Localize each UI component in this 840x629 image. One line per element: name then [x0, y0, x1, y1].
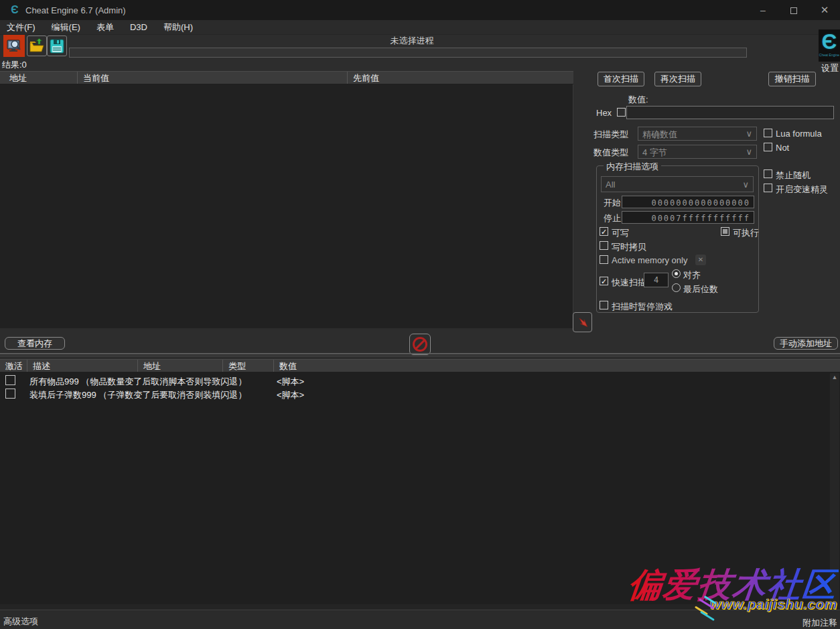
watermark-url: www.paijishu.com	[697, 596, 837, 612]
stop-address-input[interactable]	[622, 211, 754, 224]
advanced-options-link[interactable]: 高级选项	[3, 616, 38, 628]
executable-checkbox[interactable]	[721, 227, 729, 236]
aligned-label: 对齐	[683, 269, 701, 281]
results-count: 结果:0	[2, 59, 27, 71]
scan-type-value: 精确数值	[642, 129, 677, 139]
select-process-button[interactable]	[3, 35, 25, 57]
add-comment-link[interactable]: 附加注释	[802, 617, 837, 629]
splitter[interactable]	[0, 353, 840, 354]
writable-checkbox[interactable]	[600, 227, 608, 236]
menu-edit[interactable]: 编辑(E)	[44, 21, 88, 33]
view-memory-button[interactable]: 查看内存	[5, 337, 65, 350]
hex-checkbox[interactable]	[617, 108, 626, 117]
maximize-icon	[790, 7, 797, 14]
row-value: <脚本>	[277, 389, 304, 401]
scan-value-input[interactable]	[626, 106, 834, 119]
value-type-dropdown[interactable]: 4 字节 ∨	[638, 145, 757, 159]
memory-scan-options-title: 内存扫描选项	[604, 161, 661, 173]
memory-region-value: All	[606, 180, 615, 190]
last-digits-radio[interactable]	[672, 283, 681, 292]
ce-logo-glyph: Є	[819, 29, 840, 54]
ce-logo[interactable]: Є Cheat Engine	[819, 29, 840, 62]
lua-formula-checkbox[interactable]	[764, 129, 772, 137]
stop-label: 停止	[604, 212, 621, 224]
speedhack-checkbox[interactable]	[764, 184, 772, 192]
speedhack-label: 开启变速精灵	[776, 184, 828, 196]
red-arrow-icon	[576, 316, 589, 329]
aligned-radio[interactable]	[672, 269, 681, 278]
menu-table[interactable]: 表单	[88, 21, 122, 33]
scan-type-label: 扫描类型	[593, 129, 628, 141]
menu-help[interactable]: 帮助(H)	[155, 21, 201, 33]
settings-link[interactable]: 设置	[821, 62, 839, 74]
writable-label: 可写	[612, 227, 629, 239]
save-disk-icon	[49, 38, 65, 54]
next-scan-button[interactable]: 再次扫描	[654, 72, 701, 86]
disable-random-checkbox[interactable]	[764, 169, 772, 178]
process-label[interactable]: 未选择进程	[77, 35, 747, 47]
scan-type-dropdown[interactable]: 精确数值 ∨	[638, 127, 757, 141]
start-label: 开始	[604, 197, 621, 209]
executable-label: 可执行	[733, 227, 759, 239]
start-address-input[interactable]	[622, 196, 754, 208]
copy-on-write-checkbox[interactable]	[600, 241, 608, 250]
add-selected-addresses-button[interactable]	[573, 312, 592, 332]
open-table-button[interactable]	[27, 36, 47, 56]
ce-logo-caption: Cheat Engine	[819, 54, 840, 57]
col-address[interactable]: 地址	[137, 360, 222, 372]
copy-on-write-label: 写时拷贝	[612, 241, 646, 253]
fast-scan-alignment-input[interactable]	[644, 273, 669, 287]
table-row[interactable]: 所有物品999 （物品数量变了后取消脚本否则导致闪退） <脚本>	[0, 374, 824, 387]
scan-results-header: 地址 当前值 先前值	[0, 71, 573, 84]
active-memory-close-button[interactable]: ✕	[695, 255, 706, 265]
window-title: Cheat Engine 6.7 (Admin)	[25, 5, 126, 15]
stop-scan-button[interactable]	[409, 334, 431, 355]
address-list-header: 激活 描述 地址 类型 数值	[0, 359, 840, 372]
not-checkbox[interactable]	[764, 143, 772, 151]
col-address[interactable]: 地址	[0, 72, 77, 84]
maximize-button[interactable]	[778, 0, 809, 20]
hex-label: Hex	[596, 108, 612, 118]
row-value: <脚本>	[277, 376, 304, 388]
open-folder-icon	[29, 38, 45, 54]
app-icon: Є	[9, 4, 21, 16]
col-description[interactable]: 描述	[27, 360, 137, 372]
row-active-checkbox[interactable]	[5, 375, 15, 385]
add-address-manually-button[interactable]: 手动添加地址	[774, 337, 838, 350]
value-label: 数值:	[628, 94, 648, 106]
row-description: 装填后子弹数999 （子弹数变了后要取消否则装填闪退）	[29, 389, 247, 401]
menu-file[interactable]: 文件(F)	[0, 21, 44, 33]
undo-scan-button[interactable]: 撤销扫描	[768, 72, 816, 86]
save-table-button[interactable]	[47, 36, 67, 56]
first-scan-button[interactable]: 首次扫描	[598, 72, 644, 86]
col-value[interactable]: 数值	[273, 360, 840, 372]
active-memory-checkbox[interactable]	[600, 255, 608, 264]
scan-results-table[interactable]: 地址 当前值 先前值	[0, 71, 573, 328]
close-button[interactable]: ✕	[809, 0, 840, 20]
active-memory-label: Active memory only	[612, 255, 687, 265]
scan-progress-bar	[69, 48, 747, 58]
col-previous-value[interactable]: 先前值	[347, 72, 573, 84]
select-process-icon	[6, 38, 22, 54]
minimize-button[interactable]: –	[748, 0, 778, 20]
menu-bar: 文件(F) 编辑(E) 表单 D3D 帮助(H)	[0, 20, 840, 35]
fast-scan-label: 快速扫描	[612, 277, 646, 289]
scroll-up-icon[interactable]: ▲	[830, 373, 839, 382]
no-entry-icon	[413, 337, 427, 352]
chevron-down-icon: ∨	[746, 129, 752, 139]
cheat-engine-window: Є Cheat Engine 6.7 (Admin) – ✕ 文件(F) 编辑(…	[0, 0, 840, 629]
memory-region-dropdown[interactable]: All ∨	[601, 176, 754, 192]
row-active-checkbox[interactable]	[5, 389, 15, 399]
chevron-down-icon: ∨	[742, 180, 749, 190]
table-row[interactable]: 装填后子弹数999 （子弹数变了后要取消否则装填闪退） <脚本>	[0, 387, 824, 401]
pause-game-label: 扫描时暂停游戏	[612, 301, 673, 313]
col-active[interactable]: 激活	[0, 360, 27, 372]
col-type[interactable]: 类型	[222, 360, 273, 372]
splitter-line	[0, 356, 840, 356]
menu-d3d[interactable]: D3D	[122, 22, 155, 32]
fast-scan-checkbox[interactable]	[600, 277, 608, 285]
col-current-value[interactable]: 当前值	[77, 72, 347, 84]
last-digits-label: 最后位数	[683, 283, 718, 295]
pause-game-checkbox[interactable]	[600, 301, 608, 309]
not-label: Not	[776, 143, 789, 153]
